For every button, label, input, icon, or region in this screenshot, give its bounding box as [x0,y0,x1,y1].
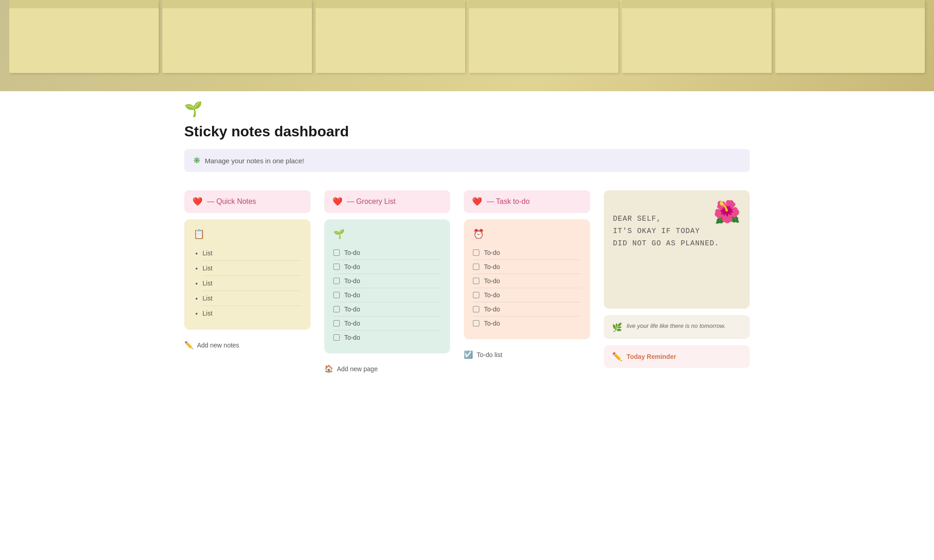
task-todo-list: To-do To-do To-do To-do To-do To-do [473,246,581,330]
checkbox[interactable] [473,320,479,327]
checkbox[interactable] [333,249,340,256]
home-icon: 🏠 [324,364,333,373]
flower-icon: 🌺 [713,199,741,225]
pencil-icon: ✏️ [612,352,622,362]
grocery-todo-list: To-do To-do To-do To-do To-do To-do To-d… [333,246,441,344]
add-page-label: Add new page [337,365,378,373]
todo-item: To-do [473,260,581,274]
hero-sticky-6 [775,0,925,73]
todo-item: To-do [333,274,441,288]
quote-card: 🌿 live your life like there is no tomorr… [604,315,750,339]
checkbox[interactable] [333,292,340,298]
dear-self-card: 🌺 DEAR SELF, IT'S OKAY IF TODAY DID NOT … [604,190,750,309]
checkbox[interactable] [473,249,479,256]
checkbox[interactable] [333,278,340,284]
todo-item: To-do [473,246,581,260]
sprout-icon-card: 🌱 [333,228,441,239]
checkbox[interactable] [473,278,479,284]
list-item: List [202,306,301,321]
dear-self-text: DEAR SELF, IT'S OKAY IF TODAY DID NOT GO… [613,213,719,250]
edit-icon: ✏️ [184,341,193,349]
checkbox[interactable] [333,320,340,327]
todo-item: To-do [473,274,581,288]
hero-banner [0,0,934,91]
quick-notes-list: List List List List List [193,246,301,321]
list-item: List [202,246,301,261]
add-notes-label: Add new notes [197,342,239,349]
todo-item: To-do [333,331,441,344]
todo-list-label: To-do list [477,351,502,358]
leaf-icon: 🌿 [612,322,622,332]
todo-list-button[interactable]: ☑️ To-do list [464,347,590,362]
checkbox[interactable] [333,264,340,270]
grocery-list-header: ❤️ — Grocery List [324,190,451,213]
grocery-list-card: 🌱 To-do To-do To-do To-do To-do To-do To… [324,219,451,353]
list-item: List [202,261,301,276]
checkbox[interactable] [473,264,479,270]
sprout-icon: 🌱 [184,100,202,118]
quick-notes-label: — Quick Notes [207,197,256,206]
hero-sticky-1 [9,0,159,73]
banner-text: Manage your notes in one place! [205,157,304,165]
task-todo-label: — Task to-do [487,197,529,206]
task-todo-column: ❤️ — Task to-do ⏰ To-do To-do To-do To-d… [464,190,590,362]
todo-item: To-do [333,302,441,316]
checkbox[interactable] [333,306,340,312]
task-todo-card: ⏰ To-do To-do To-do To-do To-do To-do [464,219,590,339]
todo-item: To-do [333,246,441,260]
grocery-list-column: ❤️ — Grocery List 🌱 To-do To-do To-do To… [324,190,451,376]
info-banner: ❋ Manage your notes in one place! [184,149,750,172]
grocery-list-label: — Grocery List [347,197,396,206]
heart-icon-3: ❤️ [472,197,482,207]
checkbox[interactable] [473,292,479,298]
logo-area: 🌱 [184,100,750,118]
todo-item: To-do [473,288,581,302]
task-todo-header: ❤️ — Task to-do [464,190,590,213]
hero-sticky-4 [469,0,618,73]
clipboard-icon: 📋 [193,228,301,239]
hero-sticky-5 [622,0,772,73]
list-item: List [202,291,301,306]
banner-icon: ❋ [193,156,200,166]
alarm-icon: ⏰ [473,228,581,239]
quick-notes-column: ❤️ — Quick Notes 📋 List List List List L… [184,190,311,352]
quote-text: live your life like there is no tomorrow… [627,321,726,331]
hero-sticky-3 [316,0,465,73]
heart-icon-2: ❤️ [332,197,342,207]
quick-notes-header: ❤️ — Quick Notes [184,190,311,213]
hero-sticky-2 [162,0,312,73]
checkbox[interactable] [333,334,340,341]
list-item: List [202,276,301,291]
todo-item: To-do [473,316,581,330]
add-new-notes-button[interactable]: ✏️ Add new notes [184,338,311,352]
page-title: Sticky notes dashboard [184,123,750,140]
add-new-page-button[interactable]: 🏠 Add new page [324,362,451,376]
reminder-label: Today Reminder [627,353,676,360]
checkbox[interactable] [473,306,479,312]
cards-grid: ❤️ — Quick Notes 📋 List List List List L… [184,190,750,376]
heart-icon-1: ❤️ [192,197,202,207]
todo-item: To-do [333,260,441,274]
reminder-card[interactable]: ✏️ Today Reminder [604,345,750,368]
decorative-column: 🌺 DEAR SELF, IT'S OKAY IF TODAY DID NOT … [604,190,750,368]
todo-item: To-do [473,302,581,316]
quick-notes-card: 📋 List List List List List [184,219,311,330]
checked-icon: ☑️ [464,350,473,359]
todo-item: To-do [333,316,441,331]
todo-item: To-do [333,288,441,302]
